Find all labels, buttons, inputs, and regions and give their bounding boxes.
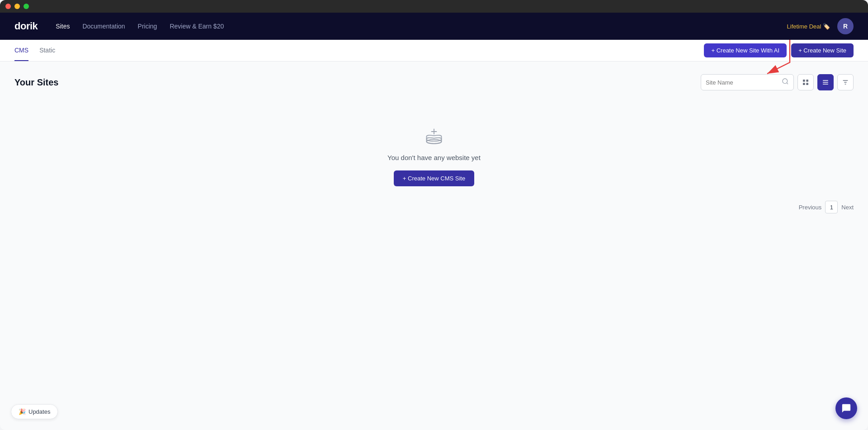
create-ai-button[interactable]: + Create New Site With AI — [704, 43, 787, 57]
svg-rect-9 — [823, 84, 828, 84]
pagination: Previous 1 Next — [14, 201, 854, 213]
svg-rect-6 — [806, 83, 808, 85]
empty-state-icon — [423, 127, 445, 146]
nav-pricing[interactable]: Pricing — [138, 23, 157, 30]
updates-button[interactable]: 🎉 Updates — [11, 404, 58, 419]
search-icon[interactable] — [782, 78, 789, 87]
updates-label: Updates — [28, 408, 50, 415]
content-controls — [701, 74, 854, 90]
list-view-button[interactable] — [817, 74, 834, 90]
svg-rect-5 — [803, 83, 805, 85]
tab-static[interactable]: Static — [39, 40, 55, 61]
maximize-button[interactable] — [24, 4, 29, 9]
empty-state: You don't have any website yet + Create … — [14, 99, 854, 186]
pagination-page-1[interactable]: 1 — [825, 201, 838, 213]
close-button[interactable] — [5, 4, 11, 9]
title-bar — [0, 0, 868, 13]
page-title: Your Sites — [14, 77, 58, 88]
main-navbar: dorik Sites Documentation Pricing Review… — [0, 13, 868, 40]
nav-sites[interactable]: Sites — [56, 23, 70, 30]
updates-icon: 🎉 — [19, 408, 26, 415]
main-content: Your Sites — [0, 61, 868, 430]
subheader: CMS Static + Create New Site With AI + C… — [0, 40, 868, 61]
avatar[interactable]: R — [837, 18, 854, 34]
tab-cms[interactable]: CMS — [14, 40, 28, 61]
empty-message: You don't have any website yet — [387, 154, 481, 161]
minimize-button[interactable] — [14, 4, 20, 9]
svg-point-1 — [783, 79, 788, 84]
navbar-right: Lifetime Deal 🏷️ R — [787, 18, 854, 34]
svg-line-2 — [787, 83, 788, 84]
logo[interactable]: dorik — [14, 20, 38, 32]
lifetime-deal-link[interactable]: Lifetime Deal 🏷️ — [787, 23, 830, 30]
nav-links: Sites Documentation Pricing Review & Ear… — [56, 23, 224, 30]
create-cms-button[interactable]: + Create New CMS Site — [394, 170, 474, 186]
search-box — [701, 74, 794, 90]
chat-button[interactable] — [835, 397, 857, 419]
nav-documentation[interactable]: Documentation — [82, 23, 125, 30]
grid-view-button[interactable] — [797, 74, 814, 90]
content-header: Your Sites — [14, 74, 854, 90]
pagination-previous[interactable]: Previous — [799, 204, 822, 211]
svg-rect-4 — [806, 80, 808, 82]
svg-rect-7 — [823, 80, 828, 80]
svg-rect-8 — [823, 82, 828, 82]
svg-rect-3 — [803, 80, 805, 82]
nav-review[interactable]: Review & Earn $20 — [170, 23, 224, 30]
subheader-actions: + Create New Site With AI + Create New S… — [704, 43, 854, 57]
subheader-right: + Create New Site With AI + Create New S… — [704, 43, 854, 57]
pagination-next[interactable]: Next — [841, 204, 854, 211]
create-site-button[interactable]: + Create New Site — [791, 43, 854, 57]
filter-button[interactable] — [837, 74, 854, 90]
search-input[interactable] — [706, 79, 778, 86]
